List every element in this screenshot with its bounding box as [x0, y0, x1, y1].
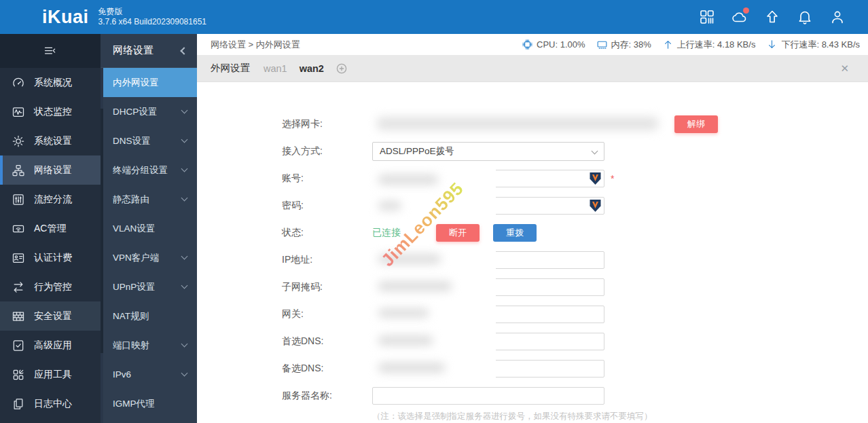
apps-grid-icon[interactable]	[699, 9, 715, 25]
chevron-down-icon	[592, 147, 598, 154]
doc-check-icon	[12, 339, 25, 352]
sidebar-item-label: 系统概况	[34, 77, 72, 89]
sidebar-item-network-settings[interactable]: 网络设置	[0, 155, 101, 185]
submenu-item-label: 静态路由	[113, 194, 149, 206]
submenu-scrollbar-thumb[interactable]	[101, 109, 103, 353]
submenu-scrollbar-track[interactable]	[101, 68, 103, 423]
sidebar-item-traffic-control[interactable]: 流控分流	[0, 185, 101, 214]
chevron-down-icon	[181, 195, 188, 202]
autofill-shield-icon[interactable]	[589, 199, 602, 213]
server-name-input[interactable]	[372, 387, 604, 405]
cloud-icon[interactable]	[731, 9, 748, 25]
submenu-item-label: IGMP代理	[113, 398, 155, 410]
gateway-label: 网关:	[282, 308, 372, 320]
chevron-down-icon	[181, 370, 188, 377]
breadcrumb-bar: 网络设置 > 内外网设置 CPU: 1.00% 内存: 38%	[197, 34, 868, 55]
copy-docs-icon	[12, 397, 25, 411]
upload-stat: 上行速率: 4.18 KB/s	[662, 39, 756, 51]
memory-stat: 内存: 38%	[596, 39, 651, 51]
submenu-item-label: UPnP设置	[113, 281, 155, 293]
sidebar-item-label: 认证计费	[34, 252, 72, 264]
main-sidebar: 系统概况 状态监控 系统设置 网络设置 流控分流	[0, 34, 101, 423]
bell-icon[interactable]	[797, 9, 813, 25]
required-asterisk: *	[611, 173, 614, 184]
redial-button[interactable]: 重拨	[493, 224, 537, 242]
form-panel: 选择网卡: 解绑 接入方式: ADSL/PPPoE拨号 账号:	[197, 82, 868, 423]
memory-icon	[596, 39, 608, 50]
sidebar-item-system-settings[interactable]: 系统设置	[0, 126, 101, 155]
status-row: 状态: 已连接 断开 重拨	[282, 219, 868, 246]
swap-arrows-icon	[12, 280, 25, 294]
add-wan-icon[interactable]	[336, 63, 347, 74]
submenu-item-nat-rules[interactable]: NAT规则	[101, 301, 197, 331]
chevron-down-icon	[181, 253, 188, 260]
sidebar-item-status-monitor[interactable]: 状态监控	[0, 97, 101, 126]
chevron-down-icon	[181, 166, 188, 172]
connection-status-badge: 已连接	[372, 227, 401, 239]
submenu-item-terminal-group[interactable]: 终端分组设置	[101, 155, 197, 185]
sidebar-item-behavior-control[interactable]: 行为管控	[0, 272, 101, 301]
submenu-item-upnp[interactable]: UPnP设置	[101, 272, 197, 301]
submenu-title: 网络设置	[113, 44, 153, 57]
sidebar-item-label: 行为管控	[34, 281, 72, 293]
user-icon[interactable]	[829, 9, 846, 25]
sidebar-collapse-button[interactable]	[0, 34, 101, 68]
wifi-ap-icon	[12, 222, 25, 236]
submenu-item-igmp-proxy[interactable]: IGMP代理	[101, 389, 197, 418]
access-mode-select[interactable]: ADSL/PPPoE拨号	[372, 142, 604, 161]
edition-label: 免费版	[98, 7, 206, 17]
submenu-item-vlan[interactable]: VLAN设置	[101, 214, 197, 243]
server-name-row: 服务器名称:	[282, 382, 868, 409]
submenu-item-static-route[interactable]: 静态路由	[101, 185, 197, 214]
download-stat: 下行速率: 8.43 KB/s	[766, 39, 860, 51]
submenu-item-wan-lan-settings[interactable]: 内外网设置	[101, 68, 197, 97]
sidebar-item-auth-billing[interactable]: 认证计费	[0, 243, 101, 272]
memory-value: 内存: 38%	[611, 39, 651, 51]
gauge-icon	[12, 76, 25, 90]
cpu-chip-icon	[522, 39, 533, 50]
dns1-label: 首选DNS:	[282, 335, 372, 348]
submenu-item-port-mapping[interactable]: 端口映射	[101, 331, 197, 360]
sidebar-item-label: 系统设置	[34, 135, 72, 147]
disconnect-button[interactable]: 断开	[436, 224, 480, 242]
breadcrumb: 网络设置 > 内外网设置	[211, 39, 300, 51]
submenu-item-label: VPN客户端	[113, 252, 159, 264]
ikuai-logo: iKuai	[42, 7, 89, 28]
submenu-item-dhcp[interactable]: DHCP设置	[101, 97, 197, 126]
cpu-value: CPU: 1.00%	[537, 39, 585, 50]
cloud-notification-badge	[743, 7, 749, 14]
unbind-button[interactable]: 解绑	[674, 115, 718, 133]
gear-icon	[12, 134, 25, 148]
submenu-item-label: DHCP设置	[113, 106, 157, 118]
server-name-label: 服务器名称:	[282, 390, 372, 402]
submenu-item-vpn-client[interactable]: VPN客户端	[101, 243, 197, 272]
submenu-item-label: VLAN设置	[113, 223, 155, 235]
tab-wan2[interactable]: wan2	[300, 63, 324, 74]
access-mode-value: ADSL/PPPoE拨号	[380, 145, 454, 158]
cpu-stat: CPU: 1.00%	[522, 39, 585, 50]
version-info: 免费版 3.7.6 x64 Build202309081651	[98, 7, 206, 27]
tab-group-title: 外网设置	[211, 62, 250, 75]
sidebar-item-security-settings[interactable]: 安全设置	[0, 301, 101, 331]
collapse-left-icon[interactable]	[180, 47, 187, 54]
content-area: 网络设置 > 内外网设置 CPU: 1.00% 内存: 38%	[197, 34, 868, 423]
autofill-shield-icon[interactable]	[589, 172, 602, 185]
sidebar-item-app-tools[interactable]: 应用工具	[0, 360, 101, 389]
upgrade-arrow-icon[interactable]	[764, 9, 780, 25]
submenu-item-label: 内外网设置	[113, 77, 159, 89]
sidebar-item-ac-management[interactable]: AC管理	[0, 214, 101, 243]
censored-region-nic	[370, 111, 671, 136]
sidebar-item-system-overview[interactable]: 系统概况	[0, 68, 101, 97]
close-panel-icon[interactable]: ✕	[840, 62, 854, 75]
sidebar-item-log-center[interactable]: 日志中心	[0, 389, 101, 418]
header-icon-group	[699, 9, 868, 25]
submenu-item-label: IPv6	[113, 369, 131, 380]
pppoe-form: 选择网卡: 解绑 接入方式: ADSL/PPPoE拨号 账号:	[197, 82, 868, 423]
system-stats: CPU: 1.00% 内存: 38% 上行速率: 4.18 KB/s	[522, 39, 860, 51]
tools-grid-icon	[12, 368, 25, 382]
tab-wan1[interactable]: wan1	[264, 63, 287, 74]
sidebar-item-label: 网络设置	[34, 164, 72, 177]
sidebar-item-advanced-apps[interactable]: 高级应用	[0, 331, 101, 360]
submenu-item-ipv6[interactable]: IPv6	[101, 360, 197, 389]
submenu-item-dns[interactable]: DNS设置	[101, 126, 197, 155]
